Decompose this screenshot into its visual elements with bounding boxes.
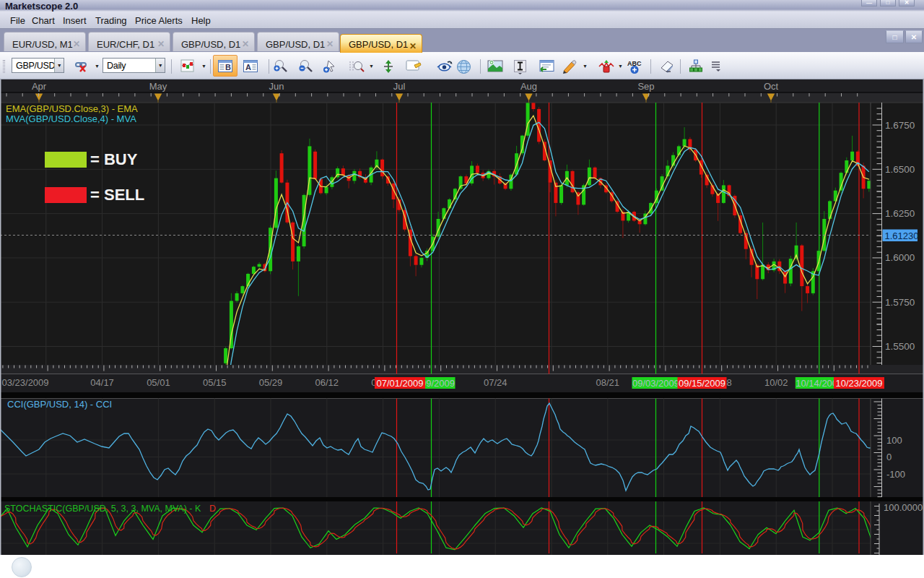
svg-text:06/12: 06/12 (315, 377, 339, 388)
svg-text:09/15/2009: 09/15/2009 (679, 378, 725, 389)
svg-text:1.6500: 1.6500 (885, 164, 915, 175)
svg-text:05/29: 05/29 (259, 377, 283, 388)
svg-text:STOCHASTIC(GBP/USD, 5, 3, 3, M: STOCHASTIC(GBP/USD, 5, 3, 3, MVA, MVA) -… (4, 504, 201, 514)
svg-text:Aug: Aug (520, 81, 537, 92)
svg-text:1.5750: 1.5750 (885, 297, 915, 308)
svg-text:07/24: 07/24 (484, 377, 507, 388)
svg-text:100: 100 (886, 435, 902, 446)
svg-text:Oct: Oct (764, 81, 779, 92)
svg-text:10/23/2009: 10/23/2009 (835, 378, 882, 389)
svg-text:05/15: 05/15 (203, 377, 227, 388)
svg-text:= SELL: = SELL (90, 186, 144, 204)
svg-text:-100: -100 (886, 469, 905, 480)
svg-text:May: May (149, 81, 167, 92)
svg-text:0: 0 (886, 452, 892, 462)
svg-text:10/02: 10/02 (764, 377, 788, 388)
svg-text:1.6000: 1.6000 (885, 252, 915, 263)
svg-text:09/03/2009: 09/03/2009 (632, 378, 679, 389)
svg-text:CCI(GBP/USD, 14) - CCI: CCI(GBP/USD, 14) - CCI (7, 399, 112, 410)
svg-text:= BUY: = BUY (90, 150, 138, 168)
svg-text:Apr: Apr (32, 81, 47, 92)
svg-text:1.61230: 1.61230 (885, 230, 919, 241)
svg-text:MVA(GBP/USD.Close,4) - MVA: MVA(GBP/USD.Close,4) - MVA (6, 113, 136, 124)
svg-text:1.5500: 1.5500 (885, 341, 915, 352)
svg-text:EMA(GBP/USD.Close,3) - EMA: EMA(GBP/USD.Close,3) - EMA (6, 103, 138, 114)
svg-text:Jul: Jul (393, 81, 406, 92)
svg-text:1.6250: 1.6250 (885, 208, 915, 219)
svg-text:100.0000: 100.0000 (884, 502, 923, 513)
svg-text:A: A (245, 63, 251, 72)
svg-text:Jun: Jun (269, 81, 284, 92)
svg-text:07/01/2009: 07/01/2009 (376, 378, 423, 389)
svg-text:05/01: 05/01 (147, 377, 170, 388)
svg-text:Sep: Sep (637, 81, 654, 92)
svg-text:03/23/2009: 03/23/2009 (2, 377, 49, 388)
svg-text:08/21: 08/21 (596, 377, 620, 388)
svg-text:D: D (209, 504, 216, 514)
svg-text:1.6750: 1.6750 (885, 120, 915, 131)
svg-text:04/17: 04/17 (90, 377, 114, 388)
svg-text:B: B (225, 63, 231, 72)
